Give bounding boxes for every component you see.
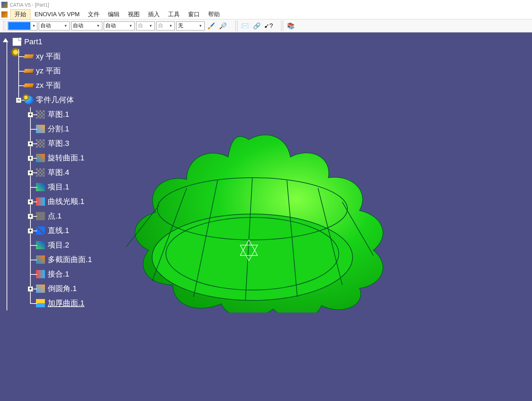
select-point[interactable]: 自动▼ xyxy=(104,21,135,30)
spec-tree: Part1 xy 平面 yz 平面 zx 平面 − 零件几何体 +草图.1分割.… xyxy=(0,32,92,310)
tree-body[interactable]: − 零件几何体 xyxy=(1,93,92,107)
tree-plane-zx[interactable]: zx 平面 xyxy=(1,78,92,93)
tree-item[interactable]: 多截面曲面.1 xyxy=(1,252,92,267)
tree-label: Part1 xyxy=(24,37,43,46)
feature-icon xyxy=(36,255,45,264)
tree-toggle[interactable]: + xyxy=(28,286,33,292)
plane-icon xyxy=(24,84,34,87)
tree-root[interactable]: Part1 xyxy=(1,35,92,49)
tree-item[interactable]: +倒圆角.1 xyxy=(1,281,92,296)
workspace[interactable]: Part1 xy 平面 yz 平面 zx 平面 − 零件几何体 +草图.1分割.… xyxy=(0,32,532,401)
tree-item[interactable]: +曲线光顺.1 xyxy=(1,194,92,209)
tree-label: yz 平面 xyxy=(36,66,61,76)
svg-point-1 xyxy=(166,217,339,290)
menu-window[interactable]: 窗口 xyxy=(184,10,204,19)
tree-toggle[interactable]: + xyxy=(28,156,33,161)
tree-item[interactable]: 项目.2 xyxy=(1,238,92,252)
plane-icon xyxy=(24,69,34,73)
feature-icon xyxy=(36,183,45,191)
svg-line-5 xyxy=(194,179,218,297)
tree-label: 接合.1 xyxy=(48,269,69,279)
mail-icon[interactable]: ✉️ xyxy=(240,21,250,31)
menu-start[interactable]: 开始 xyxy=(10,9,30,20)
tree-item[interactable]: +旋转曲面.1 xyxy=(1,151,92,165)
tree-item[interactable]: 接合.1 xyxy=(1,267,92,281)
tree-item[interactable]: 项目.1 xyxy=(1,180,92,194)
tree-toggle[interactable]: + xyxy=(28,228,33,234)
select-value: 无 xyxy=(178,22,183,29)
toolbar: ▼ 自动▼ 自动▼ 自动▼ 自▼ 自▼ 无▼ 🖌️ 🔎 ✉️ 🔗 ➹? 📚 xyxy=(0,19,532,32)
tree-item[interactable]: +点.1 xyxy=(1,209,92,223)
svg-line-7 xyxy=(287,180,297,297)
app-icon xyxy=(1,2,8,8)
tree-item[interactable]: 加厚曲面.1 xyxy=(1,296,92,310)
tree-plane-xy[interactable]: xy 平面 xyxy=(1,49,92,64)
part-icon xyxy=(12,38,21,46)
toolbar-grip[interactable] xyxy=(235,21,237,31)
svg-point-0 xyxy=(152,214,353,300)
toolbar-grip[interactable] xyxy=(3,21,5,31)
select-value: 自 xyxy=(138,22,143,29)
svg-line-9 xyxy=(342,202,373,255)
tree-label: 项目.1 xyxy=(48,182,69,192)
feature-icon xyxy=(36,212,45,220)
title-text: CATIA V5 - [Part1] xyxy=(10,2,49,8)
tree-toggle[interactable]: + xyxy=(28,112,33,118)
select-opt5[interactable]: 自▼ xyxy=(156,21,175,30)
tree-toggle[interactable]: + xyxy=(28,170,33,176)
link-icon[interactable]: 🔗 xyxy=(252,21,262,31)
tree-item[interactable]: 分割.1 xyxy=(1,122,92,136)
feature-icon xyxy=(36,110,45,119)
color-swatch xyxy=(8,22,30,30)
catalog-icon[interactable]: 📚 xyxy=(286,21,296,31)
tree-item[interactable]: +草图.1 xyxy=(1,107,92,122)
tree-label: 倒圆角.1 xyxy=(48,283,77,294)
menu-insert[interactable]: 插入 xyxy=(144,10,164,19)
tree-label: 项目.2 xyxy=(48,240,69,250)
tree-label: 草图.1 xyxy=(48,109,69,120)
select-lineweight[interactable]: 自动▼ xyxy=(71,21,102,30)
select-render[interactable]: 无▼ xyxy=(176,21,205,30)
tree-label: 多截面曲面.1 xyxy=(48,254,92,265)
menu-file[interactable]: 文件 xyxy=(84,10,104,19)
chevron-down-icon: ▼ xyxy=(95,24,101,28)
toolbar-grip[interactable] xyxy=(281,21,283,31)
tree-label: 分割.1 xyxy=(48,124,69,134)
menu-view[interactable]: 视图 xyxy=(124,10,144,19)
svg-line-6 xyxy=(245,178,252,300)
feature-icon xyxy=(36,299,45,307)
chevron-down-icon: ▼ xyxy=(197,24,204,28)
color-picker[interactable]: ▼ xyxy=(8,21,37,30)
menu-edit[interactable]: 编辑 xyxy=(104,10,124,19)
menu-enovia[interactable]: ENOVIA V5 VPM xyxy=(30,10,84,19)
feature-icon xyxy=(36,168,45,177)
select-linetype[interactable]: 自动▼ xyxy=(39,21,70,30)
brush-icon[interactable]: 🖌️ xyxy=(206,21,216,31)
titlebar: CATIA V5 - [Part1] xyxy=(0,0,532,10)
help-pointer-icon[interactable]: ➹? xyxy=(263,21,274,31)
feature-icon xyxy=(36,270,45,278)
tree-label: 草图.4 xyxy=(48,167,69,178)
feature-icon xyxy=(36,125,45,133)
tree-toggle[interactable]: + xyxy=(28,141,33,147)
wand-icon[interactable]: 🔎 xyxy=(218,21,228,31)
tree-item[interactable]: +直线.1 xyxy=(1,223,92,238)
viewport-model xyxy=(107,119,391,313)
tree-label: zx 平面 xyxy=(36,80,61,91)
feature-icon xyxy=(36,154,45,162)
menu-tools[interactable]: 工具 xyxy=(164,10,184,19)
tree-toggle[interactable]: + xyxy=(28,214,33,219)
tree-item[interactable]: +草图.3 xyxy=(1,136,92,151)
svg-line-4 xyxy=(152,188,187,281)
tree-item[interactable]: +草图.4 xyxy=(1,165,92,180)
menu-help[interactable]: 帮助 xyxy=(204,10,224,19)
tree-toggle[interactable]: + xyxy=(28,199,33,205)
menubar: 开始 ENOVIA V5 VPM 文件 编辑 视图 插入 工具 窗口 帮助 xyxy=(0,10,532,19)
chevron-down-icon: ▼ xyxy=(168,24,174,28)
select-opt4[interactable]: 自▼ xyxy=(136,21,155,30)
tree-toggle[interactable]: − xyxy=(16,97,21,103)
feature-icon xyxy=(36,197,45,206)
tree-collapse-icon[interactable] xyxy=(3,38,8,42)
svg-marker-11 xyxy=(240,245,258,261)
tree-plane-yz[interactable]: yz 平面 xyxy=(1,64,92,78)
